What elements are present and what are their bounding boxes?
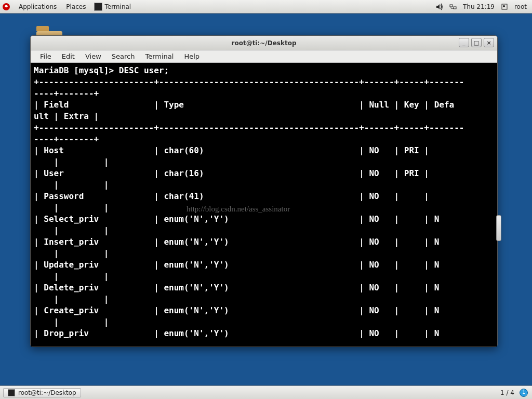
window-title: root@ti:~/Desktop bbox=[231, 39, 296, 47]
close-button[interactable]: × bbox=[484, 38, 494, 47]
terminal-window: root@ti:~/Desktop _ □ × File Edit View S… bbox=[30, 35, 498, 347]
menu-search[interactable]: Search bbox=[107, 52, 140, 60]
workspace-pager[interactable]: 1 / 4 bbox=[500, 389, 514, 396]
minimize-button[interactable]: _ bbox=[459, 38, 469, 47]
user-label[interactable]: root bbox=[514, 3, 527, 10]
network-icon[interactable] bbox=[449, 3, 457, 10]
svg-rect-1 bbox=[450, 5, 453, 7]
menu-applications[interactable]: Applications bbox=[15, 3, 61, 10]
menu-places[interactable]: Places bbox=[62, 3, 90, 10]
menu-terminal[interactable]: Terminal bbox=[140, 52, 179, 60]
taskbar-terminal[interactable]: Terminal bbox=[91, 3, 134, 11]
watermark-text: http://blog.csdn.net/ass_assinator bbox=[187, 203, 290, 215]
window-titlebar[interactable]: root@ti:~/Desktop _ □ × bbox=[31, 36, 497, 50]
gnome-top-panel: Applications Places Terminal Thu 21:19 r… bbox=[0, 0, 532, 14]
scrollbar-thumb[interactable] bbox=[496, 215, 501, 241]
menu-help[interactable]: Help bbox=[179, 52, 205, 60]
menu-file[interactable]: File bbox=[35, 52, 57, 60]
svg-point-4 bbox=[503, 5, 505, 7]
terminal-icon bbox=[94, 3, 102, 11]
maximize-button[interactable]: □ bbox=[471, 38, 482, 47]
menu-edit[interactable]: Edit bbox=[57, 52, 80, 60]
terminal-output[interactable]: MariaDB [mysql]> DESC user; +-----------… bbox=[31, 63, 497, 347]
terminal-menubar: File Edit View Search Terminal Help bbox=[31, 50, 497, 63]
volume-icon[interactable] bbox=[436, 3, 443, 10]
user-switch-icon[interactable] bbox=[501, 3, 508, 10]
distro-logo-icon bbox=[2, 3, 10, 11]
taskbar-terminal-label: Terminal bbox=[104, 3, 131, 10]
bottom-task-terminal[interactable]: root@ti:~/Desktop bbox=[3, 388, 81, 397]
workspace-indicator-icon[interactable] bbox=[520, 389, 528, 397]
clock[interactable]: Thu 21:19 bbox=[463, 3, 495, 10]
gnome-bottom-panel: root@ti:~/Desktop 1 / 4 bbox=[0, 385, 532, 399]
terminal-icon bbox=[8, 389, 15, 396]
menu-view[interactable]: View bbox=[80, 52, 107, 60]
bottom-task-label: root@ti:~/Desktop bbox=[18, 389, 76, 396]
